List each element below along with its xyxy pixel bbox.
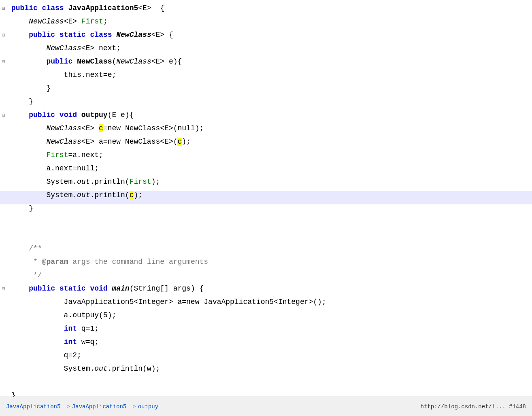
code-line: }	[0, 98, 532, 111]
code-content: NewClass<E> a=new NewClass<E>(c);	[7, 138, 532, 146]
code-line	[0, 218, 532, 231]
code-token: }	[11, 204, 33, 212]
code-line: System.out.println(First);	[0, 178, 532, 191]
code-line: ⊟ public void outpuy(E e){	[0, 111, 532, 124]
code-token: public	[46, 57, 77, 66]
breadcrumb-link[interactable]: outpuy	[138, 403, 158, 410]
code-content: a.outpuy(5);	[7, 311, 532, 319]
code-line: System.out.println(w);	[0, 365, 532, 378]
code-token: =a.next;	[68, 151, 103, 159]
code-content: public static class NewClass<E> {	[7, 31, 532, 39]
code-token: First	[130, 178, 151, 186]
code-token: ;	[103, 17, 108, 25]
fold-gutter	[0, 343, 7, 344]
code-token: }	[11, 84, 51, 92]
code-token: NewClass	[46, 124, 81, 132]
code-token	[11, 338, 64, 346]
breadcrumb-link[interactable]: JavaApplication5	[72, 403, 126, 410]
code-token: NewClass	[77, 57, 112, 66]
code-token: out	[77, 191, 90, 199]
code-content: public NewClass(NewClass<E> e){	[7, 57, 532, 66]
code-line: NewClass<E> next;	[0, 44, 532, 57]
fold-gutter	[0, 183, 7, 184]
code-line: }	[0, 391, 532, 397]
code-content: }	[7, 84, 532, 92]
fold-gutter[interactable]: ⊟	[0, 58, 7, 65]
code-line: JavaApplication5<Integer> a=new JavaAppl…	[0, 298, 532, 311]
code-token: @param	[42, 258, 68, 266]
fold-gutter	[0, 276, 7, 277]
code-content	[7, 218, 532, 226]
code-token: <E> {	[138, 4, 164, 12]
breadcrumb-link[interactable]: JavaApplication5	[6, 403, 60, 410]
code-token: NewClass	[46, 138, 81, 146]
fold-gutter[interactable]: ⊟	[0, 31, 7, 38]
code-line: NewClass<E> c=new NewClass<E>(null);	[0, 124, 532, 138]
code-token: JavaApplication5	[68, 4, 138, 12]
code-token: int	[64, 325, 77, 333]
code-token	[11, 325, 64, 333]
bottom-bar-right-text: http://blog.csdn.net/l... #1448	[421, 403, 526, 410]
code-token: First	[46, 151, 68, 159]
fold-gutter	[0, 89, 7, 90]
code-content: public void outpuy(E e){	[7, 111, 532, 119]
fold-gutter	[0, 156, 7, 157]
code-token: public static class	[29, 31, 116, 39]
code-token: c	[130, 191, 134, 199]
code-content: NewClass<E> First;	[7, 17, 532, 25]
code-line: ⊟public class JavaApplication5<E> {	[0, 4, 532, 17]
code-content: First=a.next;	[7, 151, 532, 159]
fold-gutter[interactable]: ⊟	[0, 111, 7, 119]
fold-gutter	[0, 383, 7, 384]
code-token: System.	[11, 178, 77, 186]
fold-gutter	[0, 236, 7, 237]
code-line: NewClass<E> First;	[0, 17, 532, 31]
fold-gutter	[0, 23, 7, 23]
code-token: this.next=e;	[11, 71, 116, 79]
code-line: this.next=e;	[0, 71, 532, 84]
code-token: );	[134, 191, 143, 199]
code-token: (	[112, 57, 116, 66]
code-content: }	[7, 98, 532, 106]
code-token: .println(w);	[108, 365, 160, 373]
code-token: w=q;	[77, 338, 99, 346]
code-line: ⊟ public NewClass(NewClass<E> e){	[0, 57, 532, 71]
code-token	[11, 17, 29, 25]
code-content: */	[7, 271, 532, 279]
code-token	[11, 57, 46, 66]
code-content: NewClass<E> c=new NewClass<E>(null);	[7, 124, 532, 132]
code-token: }	[11, 391, 16, 397]
code-token	[11, 44, 46, 52]
fold-gutter	[0, 129, 7, 130]
fold-gutter	[0, 370, 7, 371]
fold-gutter[interactable]: ⊟	[0, 285, 7, 292]
code-content	[7, 378, 532, 386]
code-token: }	[11, 98, 33, 106]
fold-gutter	[0, 196, 7, 197]
code-token: First	[81, 17, 103, 25]
code-token: <E> {	[151, 31, 173, 39]
code-content: public static void main(String[] args) {	[7, 284, 532, 293]
code-content	[7, 231, 532, 239]
code-line: /**	[0, 244, 532, 258]
code-line	[0, 378, 532, 391]
code-line: */	[0, 271, 532, 284]
code-token: NewClass	[116, 57, 151, 66]
fold-gutter	[0, 170, 7, 170]
code-content: public class JavaApplication5<E> {	[7, 4, 532, 12]
code-token: a.next=null;	[11, 164, 99, 172]
code-token: System.	[11, 191, 77, 199]
code-content: System.out.println(First);	[7, 178, 532, 186]
code-token: =new NewClass<E>(null);	[103, 124, 204, 132]
fold-gutter	[0, 103, 7, 104]
code-token: <E>	[64, 17, 81, 25]
fold-gutter	[0, 250, 7, 250]
fold-gutter	[0, 303, 7, 304]
code-token	[11, 124, 46, 132]
code-line	[0, 231, 532, 244]
code-token: c	[99, 124, 103, 132]
code-editor: ⊟public class JavaApplication5<E> { NewC…	[0, 0, 532, 397]
code-line: }	[0, 204, 532, 218]
fold-gutter[interactable]: ⊟	[0, 4, 7, 12]
code-token	[11, 111, 29, 119]
